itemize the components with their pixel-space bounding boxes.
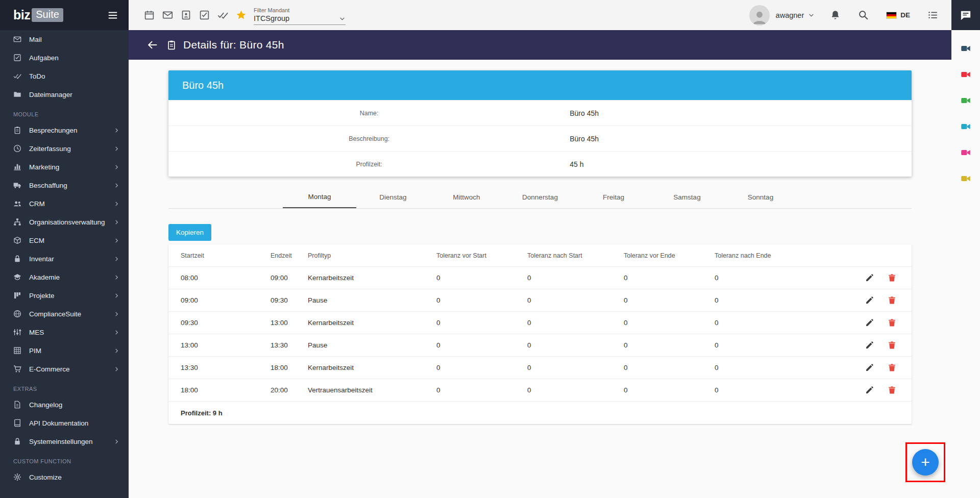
sidebar-item-api-dokumentation[interactable]: API Dokumentation (0, 414, 129, 432)
sidebar-item-marketing[interactable]: Marketing (0, 158, 129, 176)
sidebar-item-customize[interactable]: Customize (0, 468, 129, 486)
delete-trash-icon[interactable] (888, 273, 896, 282)
video-icon[interactable] (961, 147, 971, 158)
edit-pencil-icon[interactable] (865, 341, 874, 350)
field-label: Beschreibung: (168, 135, 570, 142)
tab-donnerstag[interactable]: Donnerstag (503, 186, 577, 208)
cell-toleranz: 0 (436, 364, 527, 371)
tab-montag[interactable]: Montag (283, 186, 356, 208)
double-check-icon (13, 72, 21, 80)
cell-profiltyp: Pause (308, 296, 436, 304)
sidebar-item-todo[interactable]: ToDo (0, 67, 129, 85)
sidebar-item-zeiterfassung[interactable]: Zeiterfassung (0, 139, 129, 158)
sidebar-item-dateimanager[interactable]: Dateimanager (0, 85, 129, 104)
sidebar-item-aufgaben[interactable]: Aufgaben (0, 48, 129, 67)
sidebar-item-systemeinstellungen[interactable]: Systemeinstellungen (0, 432, 129, 451)
double-check-icon[interactable] (217, 10, 228, 20)
bell-icon[interactable] (830, 10, 841, 20)
cell-endzeit: 09:30 (271, 296, 308, 304)
avatar[interactable] (749, 5, 770, 26)
tab-dienstag[interactable]: Dienstag (356, 186, 430, 208)
calendar-icon[interactable] (144, 10, 155, 20)
sidebar-item-pim[interactable]: PIM (0, 341, 129, 360)
add-button[interactable]: + (912, 449, 939, 476)
delete-trash-icon[interactable] (888, 363, 896, 372)
sidebar-item-akademie[interactable]: Akademie (0, 268, 129, 286)
chevron-right-icon (114, 439, 119, 444)
sidebar-item-beschaffung[interactable]: Beschaffung (0, 176, 129, 194)
cell-toleranz: 0 (715, 319, 804, 327)
cell-toleranz: 0 (715, 386, 804, 394)
cell-toleranz: 0 (624, 341, 715, 349)
checkbox-icon[interactable] (199, 10, 210, 20)
sidebar-item-crm[interactable]: CRM (0, 194, 129, 213)
chat-panel-toggle[interactable] (951, 0, 980, 30)
cell-toleranz: 0 (624, 386, 715, 394)
filter-mandant: Filter Mandant ITCSgroup (254, 5, 346, 25)
sidebar-item-mail[interactable]: Mail (0, 30, 129, 48)
sidebar-item-changelog[interactable]: Changelog (0, 395, 129, 414)
video-icon[interactable] (961, 173, 971, 184)
sidebar-item-organisationsverwaltung[interactable]: Organisationsverwaltung (0, 213, 129, 231)
chevron-right-icon (114, 256, 119, 262)
username[interactable]: awagner (776, 11, 804, 19)
sidebar-section-custom-function: CUSTOM FUNCTION (0, 451, 129, 468)
language-switch[interactable]: DE (886, 11, 910, 19)
filter-mandant-select[interactable]: ITCSgroup (254, 14, 346, 25)
video-shortcuts (951, 30, 980, 184)
profile-card: Büro 45h Name: Büro 45h Beschreibung: Bü… (168, 70, 912, 177)
edit-pencil-icon[interactable] (865, 363, 874, 372)
video-icon[interactable] (961, 95, 971, 106)
back-arrow-icon[interactable] (147, 39, 158, 51)
cell-startzeit: 09:00 (181, 296, 271, 304)
edit-pencil-icon[interactable] (865, 273, 874, 282)
chevron-right-icon (114, 366, 119, 372)
delete-trash-icon[interactable] (888, 296, 896, 305)
sidebar-item-e-commerce[interactable]: E-Commerce (0, 360, 129, 378)
edit-pencil-icon[interactable] (865, 318, 874, 327)
cell-endzeit: 20:00 (271, 386, 308, 394)
cell-endzeit: 13:30 (271, 341, 308, 349)
profile-card-title: Büro 45h (168, 70, 912, 100)
star-icon[interactable] (236, 10, 247, 20)
sidebar-item-besprechungen[interactable]: Besprechungen (0, 121, 129, 139)
contacts-icon[interactable] (181, 10, 191, 20)
language-label: DE (900, 11, 910, 19)
cell-toleranz: 0 (527, 364, 624, 371)
col-header: Endzeit (271, 252, 308, 259)
sidebar-item-inventar[interactable]: Inventar (0, 250, 129, 268)
sidebar-item-projekte[interactable]: Projekte (0, 286, 129, 305)
delete-trash-icon[interactable] (888, 341, 896, 350)
sidebar-item-ecm[interactable]: ECM (0, 231, 129, 250)
edit-pencil-icon[interactable] (865, 386, 874, 394)
sidebar-item-compliancesuite[interactable]: ComplianceSuite (0, 305, 129, 323)
col-header: Startzeit (181, 252, 271, 259)
edit-pencil-icon[interactable] (865, 296, 874, 305)
list-icon[interactable] (927, 10, 938, 20)
table-row: 13:30 18:00 Kernarbeitszeit 0 0 0 0 (168, 357, 912, 379)
menu-icon[interactable] (107, 10, 118, 21)
sidebar-item-mes[interactable]: MES (0, 323, 129, 341)
video-icon[interactable] (961, 43, 971, 54)
cell-toleranz: 0 (715, 341, 804, 349)
clipboard-icon (166, 40, 177, 50)
delete-trash-icon[interactable] (888, 386, 896, 394)
chevron-down-icon[interactable] (808, 12, 815, 18)
tab-samstag[interactable]: Samstag (650, 186, 724, 208)
tab-mittwoch[interactable]: Mittwoch (430, 186, 503, 208)
sidebar-item-label: Inventar (29, 255, 54, 263)
tab-sonntag[interactable]: Sonntag (724, 186, 797, 208)
cell-toleranz: 0 (624, 319, 715, 327)
bar-chart-icon (13, 163, 21, 171)
video-icon[interactable] (961, 69, 971, 80)
search-icon[interactable] (858, 10, 869, 20)
mail-icon[interactable] (162, 10, 173, 20)
video-icon[interactable] (961, 121, 971, 132)
delete-trash-icon[interactable] (888, 318, 896, 327)
mail-icon (13, 35, 21, 43)
chevron-right-icon (114, 201, 119, 207)
sidebar-item-label: ToDo (29, 72, 45, 80)
chevron-right-icon (114, 164, 119, 170)
tab-freitag[interactable]: Freitag (577, 186, 650, 208)
copy-button[interactable]: Kopieren (168, 224, 211, 241)
